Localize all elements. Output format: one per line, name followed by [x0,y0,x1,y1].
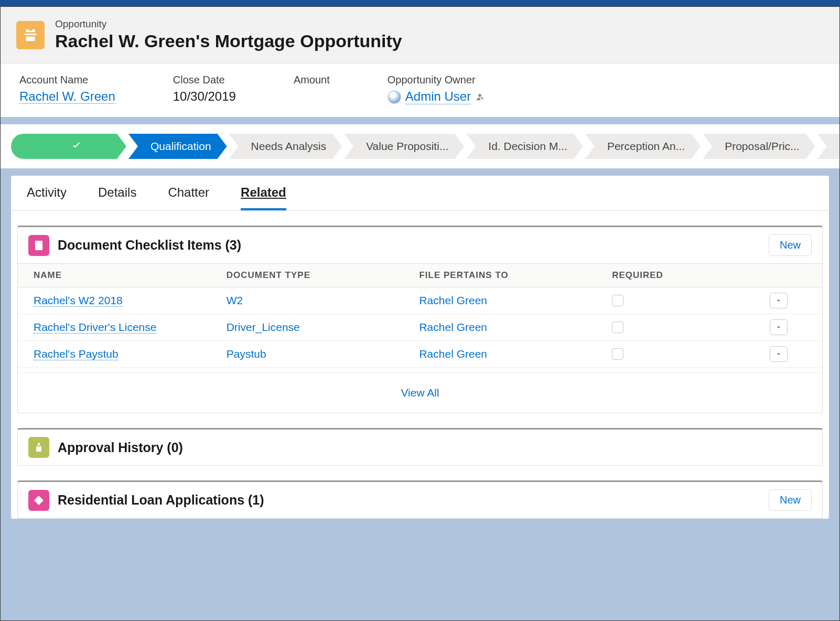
approval-icon [28,437,49,458]
highlight-owner: Opportunity Owner Admin User [387,74,484,104]
col-name: NAME [34,270,227,281]
path-stage-negotiation[interactable]: Nego [817,134,839,159]
view-all-link[interactable]: View All [401,387,439,399]
row-actions-button[interactable] [770,346,788,362]
required-checkbox[interactable] [612,295,623,306]
page-title: Rachel W. Green's Mortgage Opportunity [55,31,402,51]
table-row: Rachel's W2 2018 W2 Rachel Green [18,287,822,314]
loan-applications-card: Residential Loan Applications (1) New [17,480,823,519]
highlight-close-date: Close Date 10/30/2019 [173,74,236,104]
new-loan-app-button[interactable]: New [769,489,812,511]
avatar [387,90,401,104]
col-doctype: DOCUMENT TYPE [227,270,419,281]
required-checkbox[interactable] [612,348,623,360]
document-checklist-card: Document Checklist Items (3) New NAME DO… [17,226,823,413]
path-stage-needs-analysis[interactable]: Needs Analysis [229,134,342,159]
spacer-row [18,368,822,373]
object-kicker: Opportunity [55,18,402,30]
close-date-value: 10/30/2019 [173,89,236,104]
row-name-link[interactable]: Rachel's W2 2018 [34,294,123,307]
header-text: Opportunity Rachel W. Green's Mortgage O… [55,18,402,51]
approval-history-card: Approval History (0) [17,428,823,466]
row-pertains-link[interactable]: Rachel Green [419,294,487,306]
view-all-row: View All [18,373,822,413]
path-stage-value-proposition[interactable]: Value Propositi... [344,134,464,159]
change-owner-icon[interactable] [475,92,484,102]
row-pertains-link[interactable]: Rachel Green [419,321,487,333]
tab-related[interactable]: Related [241,185,286,210]
chevron-down-icon [775,350,782,358]
path-bar: Qualification Needs Analysis Value Propo… [1,124,839,168]
content-card: Activity Details Chatter Related Documen… [11,176,829,519]
tab-chatter[interactable]: Chatter [168,185,209,210]
col-pertains: FILE PERTAINS TO [419,270,612,281]
highlight-account-name: Account Name Rachel W. Green [19,74,115,104]
path-stage-proposal[interactable]: Proposal/Pric... [703,134,815,159]
new-checklist-button[interactable]: New [769,234,812,256]
col-required: REQUIRED [612,270,770,281]
required-checkbox[interactable] [612,322,623,333]
row-pertains-link[interactable]: Rachel Green [419,348,487,360]
account-link[interactable]: Rachel W. Green [19,89,115,104]
highlight-amount: Amount [294,74,330,104]
row-name-link[interactable]: Rachel's Driver's License [34,321,156,334]
approval-title: Approval History (0) [58,440,812,455]
tabs: Activity Details Chatter Related [11,176,829,211]
path-stage-decision-makers[interactable]: Id. Decision M... [466,134,583,159]
row-type-link[interactable]: W2 [227,294,243,306]
checklist-title: Document Checklist Items (3) [58,238,760,253]
path-stage-qualification[interactable]: Qualification [128,134,227,159]
record-header: Opportunity Rachel W. Green's Mortgage O… [1,7,839,63]
app-frame: Opportunity Rachel W. Green's Mortgage O… [0,6,840,621]
chevron-down-icon [775,324,782,331]
tab-details[interactable]: Details [98,185,136,210]
table-header: NAME DOCUMENT TYPE FILE PERTAINS TO REQU… [18,263,822,287]
table-row: Rachel's Driver's License Driver_License… [18,314,822,341]
row-name-link[interactable]: Rachel's Paystub [34,348,119,360]
loan-app-icon [28,490,49,511]
highlights-panel: Account Name Rachel W. Green Close Date … [1,63,839,117]
check-icon [70,140,83,152]
row-type-link[interactable]: Driver_License [227,321,300,333]
checklist-icon [28,235,49,256]
field-label: Close Date [173,74,236,86]
field-label: Account Name [19,74,115,86]
chevron-down-icon [775,297,782,304]
table-row: Rachel's Paystub Paystub Rachel Green [18,341,822,368]
row-actions-button[interactable] [770,319,788,335]
row-actions-button[interactable] [770,293,788,308]
tab-activity[interactable]: Activity [27,185,67,210]
field-label: Opportunity Owner [387,74,484,86]
field-label: Amount [294,74,330,86]
opportunity-icon [16,21,45,49]
path-stage-complete[interactable] [11,134,126,159]
path-stage-perception-analysis[interactable]: Perception An... [585,134,701,159]
loan-app-title: Residential Loan Applications (1) [58,492,760,508]
row-type-link[interactable]: Paystub [227,348,266,360]
path-list: Qualification Needs Analysis Value Propo… [11,134,839,159]
owner-link[interactable]: Admin User [405,89,471,104]
